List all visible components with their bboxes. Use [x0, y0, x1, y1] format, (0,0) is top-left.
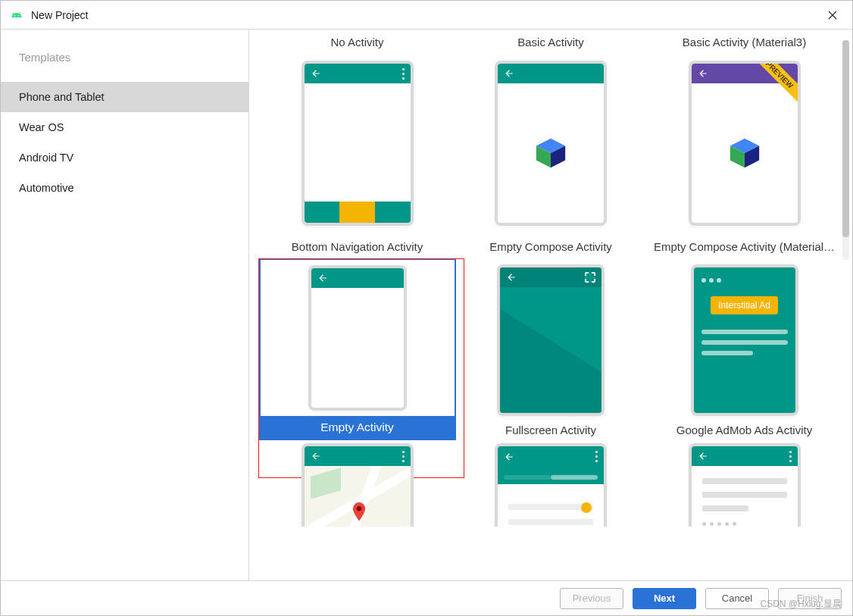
template-bottom-navigation[interactable]: Bottom Navigation Activity [264, 236, 451, 255]
sidebar-heading: Templates [1, 48, 248, 82]
template-empty-compose[interactable]: Empty Compose Activity [458, 236, 644, 255]
window-title: New Project [31, 9, 817, 21]
sidebar-item-wear-os[interactable]: Wear OS [1, 112, 248, 142]
fab-icon [581, 502, 592, 513]
fullscreen-icon [585, 272, 595, 283]
template-preview: PREVIEW [646, 51, 843, 236]
template-preview [452, 258, 649, 422]
overflow-menu-icon [402, 451, 405, 462]
template-label: Bottom Navigation Activity [292, 239, 423, 255]
overflow-menu-icon [789, 451, 792, 462]
template-empty-compose-m3[interactable]: Empty Compose Activity (Material… [651, 236, 838, 255]
sidebar-item-label: Wear OS [19, 121, 64, 133]
finish-button[interactable]: Finish [778, 588, 842, 609]
template-label: Empty Activity [261, 416, 455, 439]
template-preview [452, 443, 649, 527]
template-label: Google AdMob Ads Activity [676, 422, 812, 439]
template-admob-activity[interactable]: Interstitial Ad Google AdMob Ads Activit… [651, 255, 838, 440]
map-preview-icon [305, 466, 411, 527]
sidebar-item-label: Automotive [19, 182, 74, 194]
template-basic-activity-m3[interactable]: Basic Activity (Material3) PREVIEW [651, 31, 838, 236]
template-label: Basic Activity (Material3) [683, 34, 806, 51]
template-preview [259, 51, 456, 236]
template-login-activity[interactable] [458, 440, 644, 527]
overflow-menu-icon [402, 68, 405, 80]
android-icon [10, 8, 23, 22]
template-label: Fullscreen Activity [505, 422, 596, 439]
template-label: No Activity [330, 34, 383, 51]
overflow-menu-icon [595, 451, 598, 462]
back-arrow-icon [311, 68, 321, 79]
back-arrow-icon [504, 452, 514, 462]
sidebar-item-label: Android TV [19, 152, 73, 164]
previous-button[interactable]: Previous [560, 588, 623, 609]
template-empty-activity[interactable]: Empty Activity [264, 255, 451, 440]
template-maps-activity[interactable] [264, 440, 451, 527]
template-label: Basic Activity [517, 34, 584, 51]
template-preview [452, 51, 649, 236]
template-preview [646, 443, 843, 527]
wizard-footer: Previous Next Cancel Finish [1, 580, 852, 615]
ad-label: Interstitial Ad [711, 296, 778, 314]
jetpack-cube-icon [727, 136, 762, 170]
back-arrow-icon [698, 68, 708, 79]
template-fullscreen-activity[interactable]: Fullscreen Activity [458, 255, 644, 440]
close-icon [828, 11, 837, 20]
cancel-button[interactable]: Cancel [705, 588, 769, 609]
bottom-nav-icon [305, 202, 411, 223]
close-button[interactable] [817, 1, 848, 29]
template-primary-detail-activity[interactable] [651, 440, 838, 527]
template-basic-activity[interactable]: Basic Activity [458, 31, 644, 236]
map-pin-icon [352, 502, 367, 522]
back-arrow-icon [317, 273, 328, 283]
sidebar-item-phone-tablet[interactable]: Phone and Tablet [1, 82, 248, 112]
scrollbar-thumb[interactable] [842, 40, 849, 237]
title-bar: New Project [1, 1, 852, 30]
sidebar-item-label: Phone and Tablet [19, 91, 105, 103]
back-arrow-icon [311, 451, 321, 461]
sidebar: Templates Phone and Tablet Wear OS Andro… [1, 30, 249, 581]
template-label: Empty Compose Activity (Material… [654, 239, 835, 255]
svg-point-6 [356, 506, 361, 511]
template-preview: Interstitial Ad [646, 258, 843, 422]
template-gallery: No Activity Basic Activity [249, 30, 852, 581]
template-selected-frame: Empty Activity [259, 258, 456, 440]
back-arrow-icon [504, 68, 514, 79]
back-arrow-icon [698, 451, 708, 461]
template-no-activity[interactable]: No Activity [264, 31, 451, 236]
template-preview [259, 443, 456, 527]
sidebar-item-automotive[interactable]: Automotive [1, 173, 248, 203]
back-arrow-icon [506, 272, 517, 283]
next-button[interactable]: Next [633, 588, 696, 609]
jetpack-cube-icon [533, 136, 568, 170]
template-label: Empty Compose Activity [489, 239, 612, 255]
sidebar-item-android-tv[interactable]: Android TV [1, 142, 248, 173]
